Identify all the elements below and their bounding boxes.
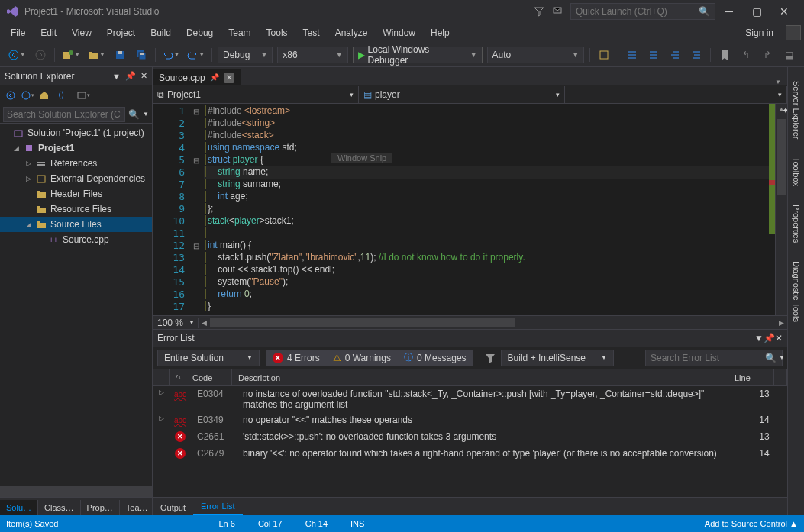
search-dropdown-icon[interactable]: ▼ (779, 354, 785, 361)
auto-combo[interactable]: Auto▼ (487, 47, 585, 63)
panel-menu-icon[interactable]: ▼ (754, 333, 764, 343)
vertical-scrollbar[interactable]: ▲ ✦ (775, 104, 787, 315)
menu-team[interactable]: Team (221, 24, 258, 41)
error-row[interactable]: ▷abcE0304no instance of overloaded funct… (153, 386, 787, 412)
sync-icon[interactable]: ▾ (20, 88, 35, 103)
close-panel-icon[interactable]: ✕ (775, 333, 783, 343)
toolbar-icon-9[interactable]: ⬓ (780, 46, 798, 64)
pin-icon[interactable]: 📌 (125, 71, 136, 81)
back-button[interactable]: ▼ (6, 46, 28, 64)
tree-source-cpp[interactable]: ++Source.cpp (0, 232, 152, 247)
toolbar-icon-1[interactable] (595, 46, 613, 64)
tabs-dropdown-icon[interactable]: ▼ (769, 79, 787, 85)
panel-tab-0[interactable]: Solu… (0, 500, 38, 515)
error-row[interactable]: ✕C2679binary '<<': no operator found whi… (153, 446, 787, 463)
search-icon[interactable]: 🔍 (128, 109, 140, 120)
brackets-icon[interactable]: ⟨⟩ (53, 88, 69, 103)
solution-search-input[interactable] (3, 107, 125, 122)
bottom-tab-error-list[interactable]: Error List (193, 498, 243, 515)
tree-references[interactable]: ▷References (0, 156, 152, 171)
toolbar-icon-7[interactable]: ↰ (737, 46, 755, 64)
platform-combo[interactable]: x86▼ (277, 47, 347, 63)
panel-tab-3[interactable]: Tea… (120, 500, 155, 515)
messages-filter[interactable]: ⓘ0 Messages (397, 350, 473, 366)
new-project-button[interactable]: ▼ (60, 46, 83, 64)
close-panel-icon[interactable]: ✕ (140, 71, 147, 81)
menu-debug[interactable]: Debug (179, 24, 221, 41)
solution-search[interactable]: 🔍 ▼ (0, 105, 152, 124)
home-icon[interactable] (3, 88, 18, 103)
pin-tab-icon[interactable]: 📌 (210, 73, 219, 82)
right-tab-toolbox[interactable]: Toolbox (789, 150, 803, 194)
avatar-icon[interactable] (786, 25, 801, 40)
home2-icon[interactable] (37, 88, 52, 103)
fold-column[interactable]: ⊟⊟⊟ (191, 104, 202, 315)
menu-file[interactable]: File (3, 24, 33, 41)
start-debugging-button[interactable]: ▶Local Windows Debugger▼ (353, 47, 483, 63)
save-all-button[interactable] (132, 46, 150, 64)
tree-solution[interactable]: Solution 'Project1' (1 project) (0, 125, 152, 140)
file-tab-source[interactable]: Source.cpp 📌 ✕ (153, 69, 241, 85)
error-row[interactable]: ✕C2661'std::stack>>::push': no overloade… (153, 429, 787, 446)
redo-button[interactable]: ▼ (185, 46, 207, 64)
source-control-button[interactable]: Add to Source Control ▲ (705, 519, 798, 528)
nav-project-combo[interactable]: ⧉Project1▾ (153, 86, 359, 103)
error-scope-combo[interactable]: Entire Solution▼ (157, 350, 260, 366)
warnings-filter[interactable]: ⚠0 Warnings (326, 350, 398, 366)
menu-test[interactable]: Test (295, 24, 328, 41)
quick-launch[interactable]: 🔍 (570, 3, 715, 20)
menu-window[interactable]: Window (375, 24, 423, 41)
col-code[interactable]: Code (186, 369, 232, 386)
error-row[interactable]: ▷abcE0349no operator "<<" matches these … (153, 412, 787, 429)
col-line[interactable]: Line (728, 369, 774, 386)
undo-button[interactable]: ▼ (160, 46, 182, 64)
menu-edit[interactable]: Edit (33, 24, 64, 41)
toolbar-icon-6[interactable] (715, 46, 734, 64)
menu-analyze[interactable]: Analyze (328, 24, 376, 41)
search-dropdown-icon[interactable]: ▼ (143, 111, 149, 118)
right-tab-server-explorer[interactable]: Server Explorer (789, 73, 803, 147)
tree-resource-files[interactable]: Resource Files (0, 202, 152, 217)
error-table[interactable]: ⁷↓ Code Description Line ▷abcE0304no ins… (153, 369, 787, 497)
search-icon[interactable]: 🔍 (699, 6, 710, 17)
menu-tools[interactable]: Tools (259, 24, 295, 41)
code-content[interactable]: Window Snip #include <iostream>#include<… (202, 104, 769, 315)
filter-icon[interactable] (479, 350, 502, 366)
tree-project[interactable]: ◢Project1 (0, 140, 152, 156)
bottom-tab-output[interactable]: Output (153, 500, 193, 515)
notifications-icon[interactable] (552, 6, 563, 17)
col-description[interactable]: Description (232, 369, 728, 386)
tree-header-files[interactable]: Header Files (0, 186, 152, 202)
configuration-combo[interactable]: Debug▼ (218, 47, 273, 63)
toolbar-icon-8[interactable]: ↱ (758, 46, 777, 64)
tree-source-files[interactable]: ◢Source Files (0, 217, 152, 232)
zoom-combo[interactable]: 100 %▾ (153, 318, 199, 328)
build-intellisense-combo[interactable]: Build + IntelliSense▼ (501, 350, 614, 366)
forward-button[interactable] (31, 46, 50, 64)
menu-view[interactable]: View (64, 24, 99, 41)
panel-tab-2[interactable]: Prop… (81, 500, 120, 515)
nav-scope-combo[interactable]: ▤player▾ (359, 86, 565, 103)
save-button[interactable] (111, 46, 129, 64)
pin-icon[interactable]: 📌 (764, 333, 775, 343)
maximize-button[interactable]: ▢ (743, 0, 770, 23)
right-tab-diagnostic-tools[interactable]: Diagnostic Tools (789, 253, 803, 330)
search-icon[interactable]: 🔍 (765, 353, 777, 363)
menu-help[interactable]: Help (423, 24, 457, 41)
toolbar-icon-4[interactable] (666, 46, 684, 64)
errors-filter[interactable]: ✕4 Errors (266, 350, 327, 366)
close-tab-icon[interactable]: ✕ (224, 73, 234, 83)
scrollbar-thumb[interactable] (777, 119, 786, 195)
right-tab-properties[interactable]: Properties (789, 197, 803, 250)
nav-member-combo[interactable]: ▾ (565, 86, 787, 103)
menu-build[interactable]: Build (143, 24, 179, 41)
minimize-button[interactable]: ─ (715, 0, 743, 23)
sign-in-link[interactable]: Sign in (738, 24, 781, 41)
open-file-button[interactable]: ▼ (86, 46, 108, 64)
toolbar-icon-3[interactable] (644, 46, 663, 64)
hscroll-track[interactable] (210, 317, 776, 329)
solution-tree[interactable]: Solution 'Project1' (1 project)◢Project1… (0, 124, 152, 486)
filter-icon[interactable] (534, 6, 544, 17)
tree-external-deps[interactable]: ▷External Dependencies (0, 171, 152, 186)
menu-project[interactable]: Project (99, 24, 143, 41)
